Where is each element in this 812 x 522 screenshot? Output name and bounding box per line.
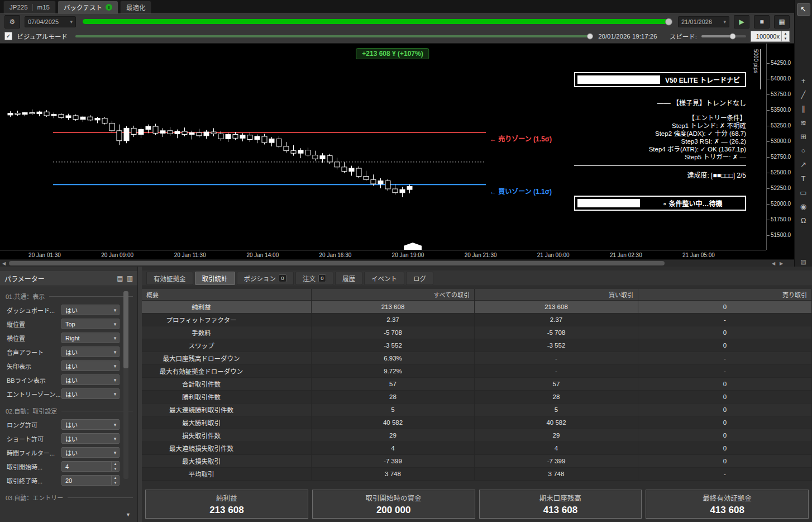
scroll-left-icon[interactable]: ◀ (770, 260, 777, 267)
arrow-object-icon[interactable]: ↗ (797, 158, 810, 170)
param-label: ダッシュボード... (7, 306, 61, 315)
param-select[interactable]: Top▾ (61, 319, 120, 329)
stats-row[interactable]: 最大連続損失取引件数440 (142, 442, 812, 455)
param-select[interactable]: はい▾ (61, 374, 120, 385)
stats-row[interactable]: 勝利取引件数28280 (142, 391, 812, 404)
param-spinner[interactable]: 20▲▼ (61, 475, 120, 486)
tab-optimize[interactable]: 最適化 (120, 1, 152, 13)
progress-handle[interactable] (665, 18, 672, 25)
stats-row[interactable]: 平均取引3 7483 748- (142, 468, 812, 481)
param-select[interactable]: はい▾ (61, 419, 120, 430)
grid-icon[interactable]: ⊞ (797, 130, 810, 143)
start-button[interactable]: ▶ (734, 15, 749, 29)
tab-backtest[interactable]: バックテスト ‖ (58, 1, 118, 13)
stats-value: - (475, 352, 638, 365)
parameters-header: パラメーター ▤ ▥ (0, 271, 137, 286)
stats-row[interactable]: 損失取引件数29290 (142, 429, 812, 442)
param-select[interactable]: はい▾ (61, 305, 120, 315)
backtest-status-icon: ‖ (106, 4, 112, 11)
rectangle-icon[interactable]: ▭ (797, 186, 810, 198)
playback-handle[interactable] (587, 33, 593, 39)
import-settings-icon[interactable]: ▤ (117, 274, 123, 282)
cursor-icon[interactable]: ↖ (797, 3, 810, 16)
date-to-select[interactable]: 21/01/2026 ▾ (678, 16, 729, 27)
stats-row-label: プロフィットファクター (142, 314, 312, 326)
backtest-progress-slider[interactable] (83, 18, 671, 25)
tab-positions[interactable]: ポジション0 (237, 272, 294, 285)
stats-header-cell[interactable]: すべての取引 (312, 289, 475, 301)
export-settings-icon[interactable]: ▥ (127, 274, 133, 282)
param-value: はい (62, 434, 111, 443)
ellipse-icon[interactable]: ○ (797, 144, 810, 156)
text-icon[interactable]: T (797, 172, 810, 184)
stats-value: 57 (475, 378, 638, 391)
tab-chart-symbol[interactable]: JP225 m15 (3, 1, 56, 13)
param-select[interactable]: はい▾ (61, 388, 120, 399)
stats-value: 28 (312, 391, 475, 404)
chart-hscrollbar[interactable]: ◀ ◀ ▶ (0, 259, 794, 267)
tab-equity[interactable]: 有効証拠金 (146, 272, 193, 285)
speed-spinbox[interactable]: 100000x ▲▼ (751, 31, 790, 42)
trendline-icon[interactable]: ╱ (797, 88, 810, 101)
tab-orders[interactable]: 注文0 (295, 272, 333, 285)
stats-row[interactable]: 最大有効証拠金ドローダウン9.72%-- (142, 365, 812, 378)
hscroll-thumb[interactable] (9, 261, 665, 265)
param-select[interactable]: Right▾ (61, 333, 120, 343)
stats-value: - (475, 365, 638, 378)
stats-header-cell[interactable]: 概要 (142, 289, 312, 301)
scroll-left-icon[interactable]: ◀ (0, 260, 8, 267)
tab-log[interactable]: ログ (406, 272, 433, 285)
visual-mode-checkbox[interactable]: ✓ (4, 32, 12, 40)
stats-header-cell[interactable]: 買い取引 (475, 289, 638, 301)
chart-area[interactable]: +213 608 ¥ (+107%) ← 売りゾーン (1.5σ) ← 買いゾー… (0, 44, 794, 259)
param-select[interactable]: はい▾ (61, 433, 120, 444)
fibonacci-icon[interactable]: ≋ (797, 116, 810, 129)
stats-row[interactable]: 最大連続勝利取引件数550 (142, 404, 812, 416)
price-axis[interactable]: 54250.054000.053750.053500.053250.053000… (766, 44, 795, 250)
tab-history[interactable]: 履歴 (335, 272, 362, 285)
stats-header-cell[interactable]: 売り取引 (638, 289, 812, 301)
param-select[interactable]: はい▾ (61, 347, 120, 357)
playback-position-slider[interactable] (75, 35, 590, 37)
spinner-arrows-icon[interactable]: ▲▼ (781, 31, 789, 41)
param-value: はい (62, 420, 111, 429)
stats-value: 29 (312, 429, 475, 442)
stats-row[interactable]: 手数料-5 708-5 7080 (142, 326, 812, 339)
stop-button[interactable]: ■ (754, 15, 770, 29)
scroll-right-icon[interactable]: ▶ (777, 260, 785, 267)
tab-trade-stats[interactable]: 取引統計 (195, 272, 235, 285)
channel-icon[interactable]: ∥ (797, 102, 810, 115)
spinner-arrows-icon[interactable]: ▲▼ (111, 462, 119, 471)
stats-row[interactable]: 最大口座残高ドローダウン6.93%-- (142, 352, 812, 365)
date-from-select[interactable]: 07/04/2025 ▾ (25, 16, 76, 27)
stats-row[interactable]: 最大勝利取引40 58240 5820 (142, 416, 812, 429)
crosshair-icon[interactable]: + (797, 74, 810, 87)
stats-row[interactable]: プロフィットファクター2.372.37- (142, 314, 812, 326)
speed-label: スピード: (670, 32, 697, 41)
summary-card: 最終有効証拠金413 608 (646, 490, 809, 519)
param-spinner[interactable]: 4▲▼ (61, 461, 120, 472)
stats-row[interactable]: スワップ-3 552-3 5520 (142, 339, 812, 352)
eye-icon[interactable]: ◉ (797, 200, 810, 212)
spinner-arrows-icon[interactable]: ▲▼ (111, 476, 119, 485)
tab-events[interactable]: イベント (364, 272, 404, 285)
stats-row[interactable]: 合計取引件数57570 (142, 378, 812, 391)
param-select[interactable]: はい▾ (61, 360, 120, 371)
time-axis-label: 20 Jan 14:00 (246, 252, 279, 258)
speed-handle[interactable] (730, 33, 736, 39)
report-button[interactable]: ▦ (774, 15, 790, 29)
stats-value: 0 (638, 455, 812, 468)
params-scrollbar-thumb[interactable] (123, 291, 128, 368)
stats-row[interactable]: 最大損失取引-7 399-7 3990 (142, 455, 812, 468)
settings-button[interactable]: ⚙ (4, 15, 20, 29)
time-axis[interactable]: 20 Jan 01:3020 Jan 09:0020 Jan 11:3020 J… (0, 250, 766, 260)
stats-row[interactable]: 純利益213 608213 6080 (142, 301, 812, 314)
speed-slider[interactable] (701, 35, 746, 37)
sell-zone-label: ← 売りゾーン (1.5σ) (490, 134, 552, 143)
param-select[interactable]: はい▾ (61, 447, 120, 458)
more-down-icon[interactable]: ▼ (126, 512, 131, 518)
time-axis-label: 21 Jan 02:30 (610, 252, 642, 258)
stats-row-label: 平均取引 (142, 468, 312, 481)
summary-card-value: 213 608 (209, 505, 243, 516)
bell-icon[interactable]: Ω (797, 214, 810, 226)
